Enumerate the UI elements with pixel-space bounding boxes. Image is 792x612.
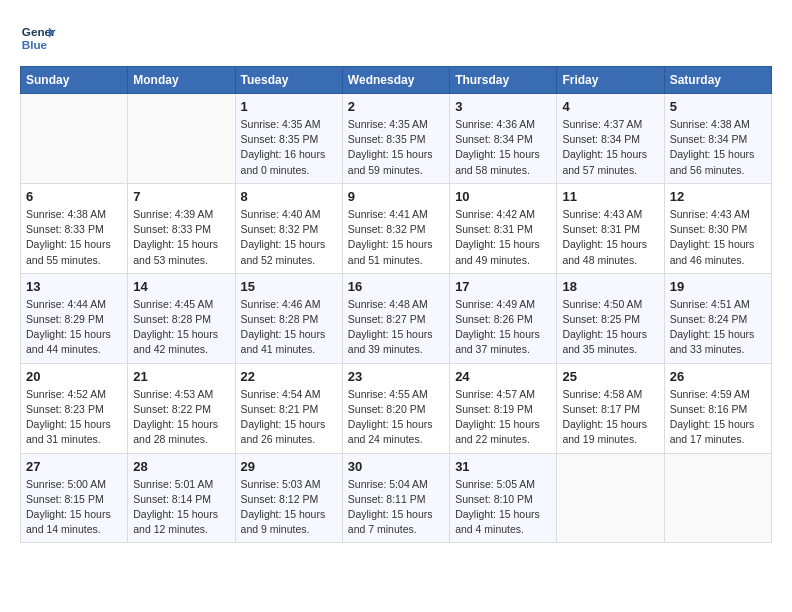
day-detail: Sunrise: 4:53 AM Sunset: 8:22 PM Dayligh… [133,387,229,448]
day-number: 4 [562,99,658,114]
calendar-cell: 30Sunrise: 5:04 AM Sunset: 8:11 PM Dayli… [342,453,449,543]
calendar-cell: 21Sunrise: 4:53 AM Sunset: 8:22 PM Dayli… [128,363,235,453]
svg-text:Blue: Blue [22,38,48,51]
calendar-cell: 16Sunrise: 4:48 AM Sunset: 8:27 PM Dayli… [342,273,449,363]
day-detail: Sunrise: 4:44 AM Sunset: 8:29 PM Dayligh… [26,297,122,358]
day-detail: Sunrise: 4:54 AM Sunset: 8:21 PM Dayligh… [241,387,337,448]
calendar-cell: 10Sunrise: 4:42 AM Sunset: 8:31 PM Dayli… [450,183,557,273]
day-detail: Sunrise: 4:43 AM Sunset: 8:31 PM Dayligh… [562,207,658,268]
weekday-header-friday: Friday [557,67,664,94]
page-header: General Blue [20,20,772,56]
calendar-cell: 28Sunrise: 5:01 AM Sunset: 8:14 PM Dayli… [128,453,235,543]
calendar-cell: 25Sunrise: 4:58 AM Sunset: 8:17 PM Dayli… [557,363,664,453]
weekday-header-tuesday: Tuesday [235,67,342,94]
day-detail: Sunrise: 4:37 AM Sunset: 8:34 PM Dayligh… [562,117,658,178]
calendar-cell: 11Sunrise: 4:43 AM Sunset: 8:31 PM Dayli… [557,183,664,273]
calendar-cell: 17Sunrise: 4:49 AM Sunset: 8:26 PM Dayli… [450,273,557,363]
calendar-cell: 12Sunrise: 4:43 AM Sunset: 8:30 PM Dayli… [664,183,771,273]
day-detail: Sunrise: 5:01 AM Sunset: 8:14 PM Dayligh… [133,477,229,538]
calendar-cell [664,453,771,543]
day-number: 27 [26,459,122,474]
day-number: 2 [348,99,444,114]
calendar-cell [21,94,128,184]
calendar-cell: 7Sunrise: 4:39 AM Sunset: 8:33 PM Daylig… [128,183,235,273]
calendar-cell: 8Sunrise: 4:40 AM Sunset: 8:32 PM Daylig… [235,183,342,273]
day-number: 9 [348,189,444,204]
day-number: 11 [562,189,658,204]
day-number: 13 [26,279,122,294]
day-number: 8 [241,189,337,204]
calendar-cell: 13Sunrise: 4:44 AM Sunset: 8:29 PM Dayli… [21,273,128,363]
day-number: 19 [670,279,766,294]
day-detail: Sunrise: 4:57 AM Sunset: 8:19 PM Dayligh… [455,387,551,448]
calendar-cell: 14Sunrise: 4:45 AM Sunset: 8:28 PM Dayli… [128,273,235,363]
day-detail: Sunrise: 4:36 AM Sunset: 8:34 PM Dayligh… [455,117,551,178]
day-detail: Sunrise: 4:49 AM Sunset: 8:26 PM Dayligh… [455,297,551,358]
logo: General Blue [20,20,56,56]
day-number: 1 [241,99,337,114]
day-detail: Sunrise: 4:42 AM Sunset: 8:31 PM Dayligh… [455,207,551,268]
calendar-cell: 9Sunrise: 4:41 AM Sunset: 8:32 PM Daylig… [342,183,449,273]
calendar-cell: 19Sunrise: 4:51 AM Sunset: 8:24 PM Dayli… [664,273,771,363]
day-number: 7 [133,189,229,204]
day-number: 17 [455,279,551,294]
calendar-cell: 23Sunrise: 4:55 AM Sunset: 8:20 PM Dayli… [342,363,449,453]
calendar-cell: 27Sunrise: 5:00 AM Sunset: 8:15 PM Dayli… [21,453,128,543]
day-detail: Sunrise: 4:39 AM Sunset: 8:33 PM Dayligh… [133,207,229,268]
day-detail: Sunrise: 4:58 AM Sunset: 8:17 PM Dayligh… [562,387,658,448]
day-detail: Sunrise: 4:38 AM Sunset: 8:34 PM Dayligh… [670,117,766,178]
day-number: 16 [348,279,444,294]
calendar-cell [557,453,664,543]
day-number: 14 [133,279,229,294]
day-detail: Sunrise: 5:00 AM Sunset: 8:15 PM Dayligh… [26,477,122,538]
day-number: 10 [455,189,551,204]
day-detail: Sunrise: 4:51 AM Sunset: 8:24 PM Dayligh… [670,297,766,358]
day-number: 26 [670,369,766,384]
day-detail: Sunrise: 4:35 AM Sunset: 8:35 PM Dayligh… [241,117,337,178]
day-detail: Sunrise: 4:52 AM Sunset: 8:23 PM Dayligh… [26,387,122,448]
calendar-cell: 31Sunrise: 5:05 AM Sunset: 8:10 PM Dayli… [450,453,557,543]
calendar-cell: 22Sunrise: 4:54 AM Sunset: 8:21 PM Dayli… [235,363,342,453]
calendar-cell: 1Sunrise: 4:35 AM Sunset: 8:35 PM Daylig… [235,94,342,184]
calendar-cell: 26Sunrise: 4:59 AM Sunset: 8:16 PM Dayli… [664,363,771,453]
calendar-cell: 5Sunrise: 4:38 AM Sunset: 8:34 PM Daylig… [664,94,771,184]
weekday-header-sunday: Sunday [21,67,128,94]
day-detail: Sunrise: 4:46 AM Sunset: 8:28 PM Dayligh… [241,297,337,358]
day-number: 29 [241,459,337,474]
day-detail: Sunrise: 4:40 AM Sunset: 8:32 PM Dayligh… [241,207,337,268]
day-number: 3 [455,99,551,114]
day-number: 21 [133,369,229,384]
calendar-table: SundayMondayTuesdayWednesdayThursdayFrid… [20,66,772,543]
calendar-cell: 3Sunrise: 4:36 AM Sunset: 8:34 PM Daylig… [450,94,557,184]
day-detail: Sunrise: 4:41 AM Sunset: 8:32 PM Dayligh… [348,207,444,268]
day-detail: Sunrise: 4:55 AM Sunset: 8:20 PM Dayligh… [348,387,444,448]
logo-icon: General Blue [20,20,56,56]
weekday-header-thursday: Thursday [450,67,557,94]
calendar-cell: 6Sunrise: 4:38 AM Sunset: 8:33 PM Daylig… [21,183,128,273]
calendar-cell: 18Sunrise: 4:50 AM Sunset: 8:25 PM Dayli… [557,273,664,363]
weekday-header-saturday: Saturday [664,67,771,94]
day-detail: Sunrise: 4:43 AM Sunset: 8:30 PM Dayligh… [670,207,766,268]
calendar-cell: 24Sunrise: 4:57 AM Sunset: 8:19 PM Dayli… [450,363,557,453]
day-number: 5 [670,99,766,114]
day-detail: Sunrise: 4:50 AM Sunset: 8:25 PM Dayligh… [562,297,658,358]
weekday-header-monday: Monday [128,67,235,94]
day-number: 20 [26,369,122,384]
calendar-cell: 20Sunrise: 4:52 AM Sunset: 8:23 PM Dayli… [21,363,128,453]
day-number: 31 [455,459,551,474]
calendar-cell: 2Sunrise: 4:35 AM Sunset: 8:35 PM Daylig… [342,94,449,184]
day-number: 12 [670,189,766,204]
day-detail: Sunrise: 4:48 AM Sunset: 8:27 PM Dayligh… [348,297,444,358]
day-number: 24 [455,369,551,384]
calendar-cell: 4Sunrise: 4:37 AM Sunset: 8:34 PM Daylig… [557,94,664,184]
day-detail: Sunrise: 5:03 AM Sunset: 8:12 PM Dayligh… [241,477,337,538]
day-detail: Sunrise: 4:38 AM Sunset: 8:33 PM Dayligh… [26,207,122,268]
day-number: 25 [562,369,658,384]
day-number: 18 [562,279,658,294]
day-detail: Sunrise: 4:35 AM Sunset: 8:35 PM Dayligh… [348,117,444,178]
calendar-cell [128,94,235,184]
weekday-header-wednesday: Wednesday [342,67,449,94]
day-number: 23 [348,369,444,384]
day-detail: Sunrise: 5:05 AM Sunset: 8:10 PM Dayligh… [455,477,551,538]
day-detail: Sunrise: 4:45 AM Sunset: 8:28 PM Dayligh… [133,297,229,358]
